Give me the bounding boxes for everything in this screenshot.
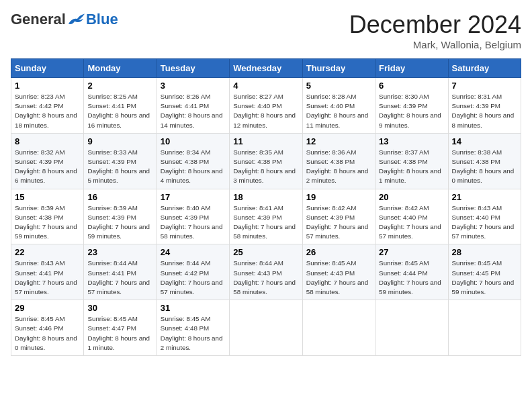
day-number: 23	[87, 247, 152, 257]
calendar-cell: 12 Sunrise: 8:36 AM Sunset: 4:38 PM Dayl…	[302, 133, 375, 189]
calendar-cell: 25 Sunrise: 8:44 AM Sunset: 4:43 PM Dayl…	[230, 244, 302, 300]
calendar-cell: 19 Sunrise: 8:42 AM Sunset: 4:39 PM Dayl…	[302, 189, 375, 244]
day-info: Sunrise: 8:33 AM Sunset: 4:39 PM Dayligh…	[87, 148, 152, 186]
day-info: Sunrise: 8:45 AM Sunset: 4:44 PM Dayligh…	[379, 259, 444, 297]
calendar-cell	[230, 300, 302, 356]
day-info: Sunrise: 8:41 AM Sunset: 4:39 PM Dayligh…	[233, 203, 298, 242]
calendar-week-row: 8 Sunrise: 8:32 AM Sunset: 4:39 PM Dayli…	[11, 133, 521, 189]
day-number: 22	[15, 247, 80, 257]
calendar-header-row: SundayMondayTuesdayWednesdayThursdayFrid…	[11, 59, 521, 78]
calendar-cell: 10 Sunrise: 8:34 AM Sunset: 4:38 PM Dayl…	[157, 133, 229, 189]
calendar-cell: 5 Sunrise: 8:28 AM Sunset: 4:40 PM Dayli…	[302, 78, 375, 134]
day-info: Sunrise: 8:23 AM Sunset: 4:42 PM Dayligh…	[15, 92, 80, 130]
day-number: 5	[306, 81, 371, 91]
day-info: Sunrise: 8:43 AM Sunset: 4:41 PM Dayligh…	[15, 259, 80, 297]
day-number: 11	[233, 136, 298, 146]
day-info: Sunrise: 8:28 AM Sunset: 4:40 PM Dayligh…	[306, 92, 371, 130]
day-number: 8	[15, 136, 80, 146]
calendar-week-row: 1 Sunrise: 8:23 AM Sunset: 4:42 PM Dayli…	[11, 78, 521, 134]
calendar-week-row: 29 Sunrise: 8:45 AM Sunset: 4:46 PM Dayl…	[11, 300, 521, 356]
day-info: Sunrise: 8:35 AM Sunset: 4:38 PM Dayligh…	[233, 148, 298, 186]
logo-bird-icon	[67, 12, 86, 27]
logo: General Blue	[11, 11, 118, 28]
day-number: 21	[452, 192, 517, 202]
day-info: Sunrise: 8:45 AM Sunset: 4:43 PM Dayligh…	[306, 259, 371, 297]
day-number: 9	[87, 136, 152, 146]
calendar-week-row: 22 Sunrise: 8:43 AM Sunset: 4:41 PM Dayl…	[11, 244, 521, 300]
day-number: 3	[161, 81, 226, 91]
day-number: 13	[379, 136, 444, 146]
calendar-table: SundayMondayTuesdayWednesdayThursdayFrid…	[11, 58, 521, 356]
calendar-cell: 28 Sunrise: 8:45 AM Sunset: 4:45 PM Dayl…	[448, 244, 521, 300]
day-number: 1	[15, 81, 80, 91]
title-block: December 2024 Mark, Wallonia, Belgium	[349, 11, 521, 50]
calendar-day-header: Friday	[375, 59, 448, 78]
calendar-day-header: Thursday	[302, 59, 375, 78]
day-info: Sunrise: 8:32 AM Sunset: 4:39 PM Dayligh…	[15, 148, 80, 186]
calendar-cell: 14 Sunrise: 8:38 AM Sunset: 4:38 PM Dayl…	[448, 133, 521, 189]
calendar-cell: 20 Sunrise: 8:42 AM Sunset: 4:40 PM Dayl…	[375, 189, 448, 244]
day-number: 24	[161, 247, 226, 257]
day-info: Sunrise: 8:31 AM Sunset: 4:39 PM Dayligh…	[452, 92, 517, 130]
calendar-cell: 2 Sunrise: 8:25 AM Sunset: 4:41 PM Dayli…	[84, 78, 157, 134]
calendar-cell: 16 Sunrise: 8:39 AM Sunset: 4:39 PM Dayl…	[84, 189, 157, 244]
calendar-cell: 30 Sunrise: 8:45 AM Sunset: 4:47 PM Dayl…	[84, 300, 157, 356]
day-number: 19	[306, 192, 371, 202]
day-info: Sunrise: 8:42 AM Sunset: 4:39 PM Dayligh…	[306, 203, 371, 242]
day-number: 12	[306, 136, 371, 146]
day-info: Sunrise: 8:27 AM Sunset: 4:40 PM Dayligh…	[233, 92, 298, 130]
calendar-cell: 7 Sunrise: 8:31 AM Sunset: 4:39 PM Dayli…	[448, 78, 521, 134]
calendar-cell: 26 Sunrise: 8:45 AM Sunset: 4:43 PM Dayl…	[302, 244, 375, 300]
day-number: 27	[379, 247, 444, 257]
day-number: 28	[452, 247, 517, 257]
calendar-cell	[375, 300, 448, 356]
day-info: Sunrise: 8:39 AM Sunset: 4:39 PM Dayligh…	[87, 203, 152, 242]
day-number: 4	[233, 81, 298, 91]
day-info: Sunrise: 8:44 AM Sunset: 4:41 PM Dayligh…	[87, 259, 152, 297]
calendar-cell: 3 Sunrise: 8:26 AM Sunset: 4:41 PM Dayli…	[157, 78, 229, 134]
day-info: Sunrise: 8:43 AM Sunset: 4:40 PM Dayligh…	[452, 203, 517, 242]
day-number: 15	[15, 192, 80, 202]
month-title: December 2024	[349, 11, 521, 39]
day-info: Sunrise: 8:45 AM Sunset: 4:45 PM Dayligh…	[452, 259, 517, 297]
day-number: 16	[87, 192, 152, 202]
location: Mark, Wallonia, Belgium	[349, 39, 521, 50]
calendar-cell: 31 Sunrise: 8:45 AM Sunset: 4:48 PM Dayl…	[157, 300, 229, 356]
calendar-day-header: Tuesday	[157, 59, 229, 78]
calendar-cell: 9 Sunrise: 8:33 AM Sunset: 4:39 PM Dayli…	[84, 133, 157, 189]
calendar-day-header: Saturday	[448, 59, 521, 78]
calendar-cell	[302, 300, 375, 356]
calendar-cell: 17 Sunrise: 8:40 AM Sunset: 4:39 PM Dayl…	[157, 189, 229, 244]
calendar-cell: 11 Sunrise: 8:35 AM Sunset: 4:38 PM Dayl…	[230, 133, 302, 189]
day-info: Sunrise: 8:25 AM Sunset: 4:41 PM Dayligh…	[87, 92, 152, 130]
day-info: Sunrise: 8:44 AM Sunset: 4:42 PM Dayligh…	[161, 259, 226, 297]
calendar-cell	[448, 300, 521, 356]
calendar-cell: 13 Sunrise: 8:37 AM Sunset: 4:38 PM Dayl…	[375, 133, 448, 189]
logo-general: General	[11, 11, 66, 28]
calendar-week-row: 15 Sunrise: 8:39 AM Sunset: 4:38 PM Dayl…	[11, 189, 521, 244]
calendar-cell: 4 Sunrise: 8:27 AM Sunset: 4:40 PM Dayli…	[230, 78, 302, 134]
calendar-cell: 27 Sunrise: 8:45 AM Sunset: 4:44 PM Dayl…	[375, 244, 448, 300]
day-number: 25	[233, 247, 298, 257]
page-header: General Blue December 2024 Mark, Walloni…	[11, 11, 521, 50]
day-number: 10	[161, 136, 226, 146]
day-info: Sunrise: 8:45 AM Sunset: 4:46 PM Dayligh…	[15, 314, 80, 353]
day-info: Sunrise: 8:34 AM Sunset: 4:38 PM Dayligh…	[161, 148, 226, 186]
calendar-cell: 21 Sunrise: 8:43 AM Sunset: 4:40 PM Dayl…	[448, 189, 521, 244]
calendar-day-header: Wednesday	[230, 59, 302, 78]
day-info: Sunrise: 8:37 AM Sunset: 4:38 PM Dayligh…	[379, 148, 444, 186]
day-number: 31	[161, 303, 226, 313]
day-number: 6	[379, 81, 444, 91]
day-info: Sunrise: 8:30 AM Sunset: 4:39 PM Dayligh…	[379, 92, 444, 130]
calendar-cell: 8 Sunrise: 8:32 AM Sunset: 4:39 PM Dayli…	[11, 133, 84, 189]
day-number: 2	[87, 81, 152, 91]
day-number: 20	[379, 192, 444, 202]
day-info: Sunrise: 8:44 AM Sunset: 4:43 PM Dayligh…	[233, 259, 298, 297]
day-number: 14	[452, 136, 517, 146]
day-info: Sunrise: 8:42 AM Sunset: 4:40 PM Dayligh…	[379, 203, 444, 242]
day-number: 26	[306, 247, 371, 257]
calendar-cell: 18 Sunrise: 8:41 AM Sunset: 4:39 PM Dayl…	[230, 189, 302, 244]
calendar-cell: 29 Sunrise: 8:45 AM Sunset: 4:46 PM Dayl…	[11, 300, 84, 356]
calendar-cell: 23 Sunrise: 8:44 AM Sunset: 4:41 PM Dayl…	[84, 244, 157, 300]
day-info: Sunrise: 8:40 AM Sunset: 4:39 PM Dayligh…	[161, 203, 226, 242]
